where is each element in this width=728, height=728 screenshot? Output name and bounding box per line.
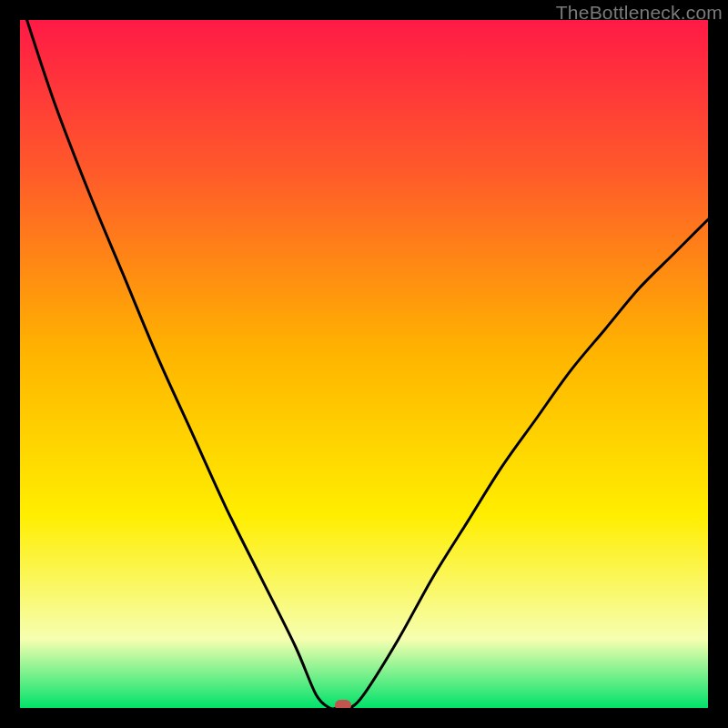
watermark-text: TheBottleneck.com bbox=[556, 2, 723, 24]
bottleneck-curve bbox=[20, 20, 708, 708]
chart-container: TheBottleneck.com bbox=[0, 0, 728, 728]
plot-area bbox=[20, 20, 708, 708]
optimal-marker bbox=[335, 700, 351, 708]
